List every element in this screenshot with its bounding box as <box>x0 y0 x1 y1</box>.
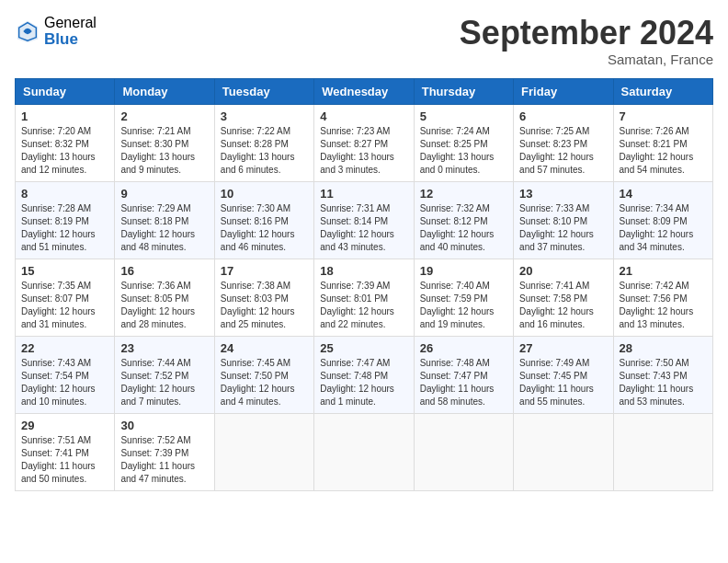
day-info: Sunrise: 7:39 AM Sunset: 8:01 PM Dayligh… <box>320 280 407 331</box>
calendar-cell: 20Sunrise: 7:41 AM Sunset: 7:58 PM Dayli… <box>514 259 613 336</box>
weekday-header-monday: Monday <box>115 78 214 104</box>
calendar-week-row: 22Sunrise: 7:43 AM Sunset: 7:54 PM Dayli… <box>16 336 713 413</box>
calendar-cell: 7Sunrise: 7:26 AM Sunset: 8:21 PM Daylig… <box>613 104 712 181</box>
day-info: Sunrise: 7:43 AM Sunset: 7:54 PM Dayligh… <box>21 357 108 408</box>
calendar-cell: 21Sunrise: 7:42 AM Sunset: 7:56 PM Dayli… <box>613 259 712 336</box>
calendar-cell: 26Sunrise: 7:48 AM Sunset: 7:47 PM Dayli… <box>414 336 513 413</box>
day-number: 6 <box>519 109 607 123</box>
calendar-cell: 16Sunrise: 7:36 AM Sunset: 8:05 PM Dayli… <box>115 259 214 336</box>
calendar-cell: 14Sunrise: 7:34 AM Sunset: 8:09 PM Dayli… <box>613 181 712 259</box>
day-info: Sunrise: 7:38 AM Sunset: 8:03 PM Dayligh… <box>221 280 308 331</box>
day-info: Sunrise: 7:41 AM Sunset: 7:58 PM Dayligh… <box>519 280 607 331</box>
calendar-cell <box>414 413 513 490</box>
day-number: 14 <box>620 187 707 201</box>
day-number: 7 <box>620 109 707 123</box>
calendar-week-row: 29Sunrise: 7:51 AM Sunset: 7:41 PM Dayli… <box>16 413 713 490</box>
weekday-header-row: SundayMondayTuesdayWednesdayThursdayFrid… <box>16 78 713 104</box>
calendar-cell: 9Sunrise: 7:29 AM Sunset: 8:18 PM Daylig… <box>115 181 214 259</box>
day-number: 24 <box>221 341 308 355</box>
day-info: Sunrise: 7:48 AM Sunset: 7:47 PM Dayligh… <box>420 357 507 408</box>
calendar-cell: 19Sunrise: 7:40 AM Sunset: 7:59 PM Dayli… <box>414 259 513 336</box>
day-number: 27 <box>519 341 607 355</box>
day-info: Sunrise: 7:51 AM Sunset: 7:41 PM Dayligh… <box>21 434 108 486</box>
calendar-week-row: 1Sunrise: 7:20 AM Sunset: 8:32 PM Daylig… <box>16 104 713 181</box>
calendar-cell: 22Sunrise: 7:43 AM Sunset: 7:54 PM Dayli… <box>16 336 115 413</box>
calendar: SundayMondayTuesdayWednesdayThursdayFrid… <box>15 78 713 491</box>
day-number: 20 <box>519 264 607 278</box>
day-number: 18 <box>320 264 407 278</box>
weekday-header-saturday: Saturday <box>613 78 712 104</box>
day-number: 15 <box>21 264 108 278</box>
page-header: General Blue September 2024 Samatan, Fra… <box>15 15 713 67</box>
calendar-cell: 25Sunrise: 7:47 AM Sunset: 7:48 PM Dayli… <box>314 336 414 413</box>
calendar-cell: 12Sunrise: 7:32 AM Sunset: 8:12 PM Dayli… <box>414 181 513 259</box>
day-info: Sunrise: 7:29 AM Sunset: 8:18 PM Dayligh… <box>120 202 208 254</box>
day-number: 1 <box>21 109 108 123</box>
day-number: 5 <box>420 109 507 123</box>
day-info: Sunrise: 7:52 AM Sunset: 7:39 PM Dayligh… <box>120 434 208 486</box>
day-info: Sunrise: 7:22 AM Sunset: 8:28 PM Dayligh… <box>221 125 308 177</box>
day-info: Sunrise: 7:31 AM Sunset: 8:14 PM Dayligh… <box>320 202 407 254</box>
calendar-week-row: 15Sunrise: 7:35 AM Sunset: 8:07 PM Dayli… <box>16 259 713 336</box>
weekday-header-thursday: Thursday <box>414 78 513 104</box>
logo-general: General <box>44 15 97 31</box>
day-info: Sunrise: 7:49 AM Sunset: 7:45 PM Dayligh… <box>519 357 607 408</box>
calendar-cell: 8Sunrise: 7:28 AM Sunset: 8:19 PM Daylig… <box>16 181 115 259</box>
day-number: 11 <box>320 187 407 201</box>
day-info: Sunrise: 7:26 AM Sunset: 8:21 PM Dayligh… <box>620 125 707 177</box>
day-number: 25 <box>320 341 407 355</box>
calendar-cell <box>214 413 313 490</box>
title-block: September 2024 Samatan, France <box>460 15 713 67</box>
calendar-cell: 27Sunrise: 7:49 AM Sunset: 7:45 PM Dayli… <box>514 336 613 413</box>
day-number: 9 <box>120 187 208 201</box>
calendar-cell: 24Sunrise: 7:45 AM Sunset: 7:50 PM Dayli… <box>214 336 313 413</box>
calendar-cell: 3Sunrise: 7:22 AM Sunset: 8:28 PM Daylig… <box>214 104 313 181</box>
day-info: Sunrise: 7:25 AM Sunset: 8:23 PM Dayligh… <box>519 125 607 177</box>
day-info: Sunrise: 7:36 AM Sunset: 8:05 PM Dayligh… <box>120 280 208 331</box>
calendar-cell <box>314 413 414 490</box>
logo-text: General Blue <box>44 15 97 48</box>
day-number: 23 <box>120 341 208 355</box>
day-info: Sunrise: 7:20 AM Sunset: 8:32 PM Dayligh… <box>21 125 108 177</box>
day-info: Sunrise: 7:33 AM Sunset: 8:10 PM Dayligh… <box>519 202 607 254</box>
calendar-cell: 17Sunrise: 7:38 AM Sunset: 8:03 PM Dayli… <box>214 259 313 336</box>
weekday-header-tuesday: Tuesday <box>214 78 313 104</box>
calendar-week-row: 8Sunrise: 7:28 AM Sunset: 8:19 PM Daylig… <box>16 181 713 259</box>
day-number: 29 <box>21 419 108 432</box>
logo-icon <box>15 18 40 44</box>
calendar-cell: 15Sunrise: 7:35 AM Sunset: 8:07 PM Dayli… <box>16 259 115 336</box>
day-number: 13 <box>519 187 607 201</box>
day-number: 17 <box>221 264 308 278</box>
day-number: 3 <box>221 109 308 123</box>
logo: General Blue <box>15 15 97 48</box>
calendar-cell: 23Sunrise: 7:44 AM Sunset: 7:52 PM Dayli… <box>115 336 214 413</box>
weekday-header-wednesday: Wednesday <box>314 78 414 104</box>
month-title: September 2024 <box>460 15 713 52</box>
day-info: Sunrise: 7:42 AM Sunset: 7:56 PM Dayligh… <box>620 280 707 331</box>
day-number: 19 <box>420 264 507 278</box>
calendar-cell: 4Sunrise: 7:23 AM Sunset: 8:27 PM Daylig… <box>314 104 414 181</box>
calendar-cell: 18Sunrise: 7:39 AM Sunset: 8:01 PM Dayli… <box>314 259 414 336</box>
day-info: Sunrise: 7:34 AM Sunset: 8:09 PM Dayligh… <box>620 202 707 254</box>
day-info: Sunrise: 7:40 AM Sunset: 7:59 PM Dayligh… <box>420 280 507 331</box>
calendar-cell: 28Sunrise: 7:50 AM Sunset: 7:43 PM Dayli… <box>613 336 712 413</box>
calendar-cell: 29Sunrise: 7:51 AM Sunset: 7:41 PM Dayli… <box>16 413 115 490</box>
weekday-header-sunday: Sunday <box>16 78 115 104</box>
day-info: Sunrise: 7:21 AM Sunset: 8:30 PM Dayligh… <box>120 125 208 177</box>
day-info: Sunrise: 7:50 AM Sunset: 7:43 PM Dayligh… <box>620 357 707 408</box>
day-number: 10 <box>221 187 308 201</box>
logo-blue: Blue <box>44 31 97 49</box>
day-number: 8 <box>21 187 108 201</box>
day-number: 21 <box>620 264 707 278</box>
calendar-cell: 11Sunrise: 7:31 AM Sunset: 8:14 PM Dayli… <box>314 181 414 259</box>
calendar-cell: 10Sunrise: 7:30 AM Sunset: 8:16 PM Dayli… <box>214 181 313 259</box>
day-info: Sunrise: 7:35 AM Sunset: 8:07 PM Dayligh… <box>21 280 108 331</box>
calendar-cell <box>514 413 613 490</box>
location: Samatan, France <box>460 52 713 67</box>
day-number: 28 <box>620 341 707 355</box>
day-info: Sunrise: 7:47 AM Sunset: 7:48 PM Dayligh… <box>320 357 407 408</box>
calendar-cell: 6Sunrise: 7:25 AM Sunset: 8:23 PM Daylig… <box>514 104 613 181</box>
calendar-cell <box>613 413 712 490</box>
day-number: 4 <box>320 109 407 123</box>
day-number: 12 <box>420 187 507 201</box>
